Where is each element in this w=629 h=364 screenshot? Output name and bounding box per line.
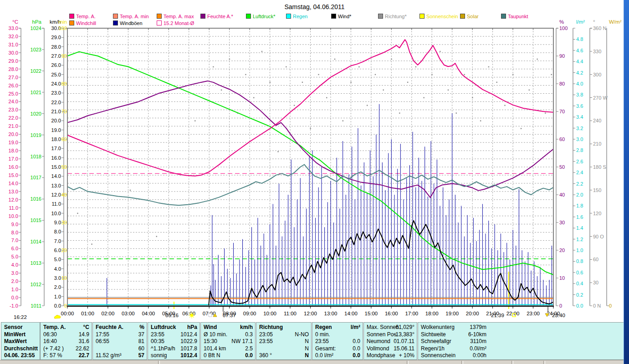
status-bar [0, 360, 625, 364]
axis-label: 120 [593, 211, 601, 216]
table-row: 16:4031.6 [41, 338, 92, 345]
table-row: ^1.1hPa/h1017.8 [148, 345, 199, 352]
sun-icon-ray [189, 313, 190, 313]
axis-label: 1011 [31, 303, 41, 308]
axis-label: 150 [593, 187, 601, 193]
axis-label: 17.0 [51, 146, 61, 151]
axis-label: 3.0 [54, 275, 61, 281]
axis-label: 25.0 [9, 91, 18, 96]
direction-dot [431, 74, 432, 75]
table-row: 23:05N-NO [256, 331, 311, 338]
table-cell-key: Regen/1h [421, 345, 445, 352]
table-row: Temp. A.°C [41, 324, 92, 331]
axis-label: 28.0 [51, 44, 61, 50]
table-cell-key: Sichtweite [421, 331, 446, 338]
axis-label: 00:00 [61, 311, 74, 316]
table-cell: 60 [138, 345, 144, 352]
window-edge [624, 0, 629, 364]
axis-label: 3.8 [576, 92, 583, 97]
table-cell-key: Wolkenunterg [421, 324, 455, 331]
axis-label: 1012 [31, 282, 41, 287]
table-cell: km/h [240, 324, 253, 331]
table-row: 06:3014.9 [41, 331, 92, 338]
direction-dot [270, 82, 271, 83]
table-row: Wolkenunterg1379m [418, 324, 624, 331]
table-row: 23:551012.4 [148, 331, 199, 338]
table-cell: 14.9 [79, 331, 89, 338]
direction-dot [375, 74, 376, 75]
table-cell-value: -13,383° [394, 331, 415, 338]
axis-label: 0.2 [576, 292, 583, 298]
axis-label: 5.0 [11, 254, 18, 259]
axis-label: 27.0 [9, 75, 18, 80]
axis-label: 6.0 [11, 246, 18, 251]
sun-icon-ray [189, 317, 190, 317]
axis-label: 30.0 [9, 50, 18, 56]
direction-dot [545, 112, 546, 113]
direction-dot [156, 236, 157, 237]
axis-label: 12.0 [9, 197, 18, 202]
axis-label: 18.0 [51, 136, 61, 142]
table-cell: MaxWert [4, 338, 27, 345]
axis-label: 210 [593, 141, 601, 147]
table-cell: 11.52 g/m³ [96, 352, 121, 359]
direction-dot [245, 74, 246, 75]
table-row: 06:5581 [93, 338, 147, 345]
direction-dot [334, 59, 335, 60]
axis-label: 50 [61, 164, 67, 170]
table-cell-value: 15.06.11 [394, 345, 414, 352]
direction-dot [310, 128, 311, 129]
axis-label: 2.0 [54, 284, 61, 290]
axis-label: 4.2 [576, 70, 583, 76]
axis-label: 3.4 [576, 114, 583, 120]
table-cell: N-NO [295, 331, 309, 338]
axis-label: 40 [61, 192, 67, 197]
table-row: Mondphase+ 10% [364, 352, 417, 359]
table-panel-sensor-labels: SensorMinWertMaxWertDurchschnitt04.06. 2… [1, 322, 40, 360]
direction-dot [472, 97, 473, 98]
axis-label: 29.0 [9, 58, 18, 64]
direction-dot [391, 59, 392, 60]
table-panel-richtung: Richtung23:05N-NO23:55NN360 °N [256, 322, 312, 360]
axis-label: 16:00 [385, 311, 398, 316]
axis-label: ° [593, 19, 595, 25]
axis-label: 32.0 [9, 34, 18, 39]
axis-label: 1020 [31, 111, 41, 116]
sun-icon-ray [193, 313, 194, 313]
axis-label: hPa [32, 19, 42, 25]
axis-label: 2.6 [576, 159, 583, 164]
direction-dot [488, 66, 489, 67]
axis-label: 10 [61, 275, 67, 281]
table-cell: 22.7 [79, 352, 89, 359]
axis-label: 70 [559, 109, 565, 114]
table-cell: 2.5 [245, 345, 253, 352]
axis-label: °C [12, 19, 18, 25]
axis-label: 14.0 [9, 181, 18, 186]
axis-label: 19:00 [445, 311, 459, 316]
table-row: Vollmond15.06.11 [364, 345, 417, 352]
axis-label: 0.8 [576, 258, 583, 264]
table-cell: 0.3 [245, 331, 253, 338]
axis-label: 1013 [31, 260, 41, 266]
table-cell: 06:55 [96, 338, 109, 345]
direction-dot [194, 120, 195, 121]
axis-label: 0 [64, 303, 67, 308]
axis-label: 6.0 [54, 248, 61, 253]
axis-label: 1017 [31, 175, 41, 180]
axis-label: 17:00 [405, 311, 418, 316]
axis-label: 30 [559, 220, 565, 225]
axis-label: 23:00 [527, 311, 540, 316]
direction-dot [326, 97, 327, 98]
table-row: 0.0 l/m²0.0 [312, 352, 363, 359]
axis-label: min [58, 19, 67, 25]
table-cell-value: 3110m [460, 338, 486, 345]
axis-label: 4.0 [54, 266, 61, 272]
direction-dot [221, 90, 222, 91]
axis-label: 12.0 [51, 192, 61, 197]
table-panel-regen: Regenl/m²0 min.23:550.0Gesamt:0.00.0 l/m… [312, 322, 363, 360]
axis-label: 16.0 [51, 155, 61, 161]
table-cell: 16:40 [43, 338, 57, 345]
direction-dot [415, 66, 416, 67]
direction-dot [407, 82, 408, 83]
table-cell: 101.4 km [204, 345, 226, 352]
